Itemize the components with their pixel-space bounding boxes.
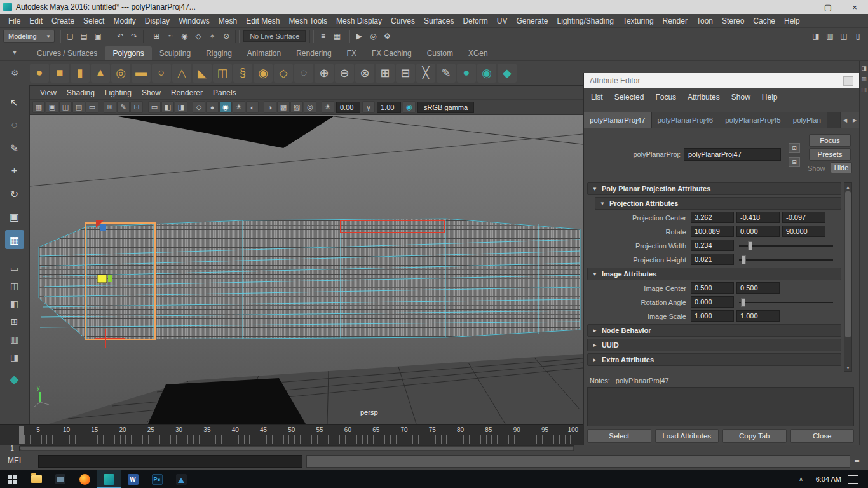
float-panel-button[interactable] xyxy=(843,76,853,86)
shelf-tab-rigging[interactable]: Rigging xyxy=(198,46,240,60)
section-uuid[interactable]: ► UUID xyxy=(587,339,841,351)
statusline-divider[interactable] xyxy=(346,30,350,43)
layout-hypershade-icon[interactable]: ◨ xyxy=(5,349,24,364)
viewport-menu-shading[interactable]: Shading xyxy=(62,88,100,97)
manipulator-green-handle[interactable] xyxy=(108,275,112,282)
boolean-intersection-shelf-icon[interactable]: ⊗ xyxy=(355,64,374,83)
shelf-tab-polygons[interactable]: Polygons xyxy=(105,46,151,60)
focus-button[interactable]: Focus xyxy=(809,134,851,147)
exposure-field[interactable]: 0.00 xyxy=(336,102,360,113)
snap-to-view-icon[interactable]: ⌖ xyxy=(205,30,219,43)
scale-tool-icon[interactable]: ▣ xyxy=(5,207,24,226)
menu-cache[interactable]: Cache xyxy=(749,17,780,25)
shadows-icon[interactable]: ◐ xyxy=(246,101,259,113)
statusline-divider[interactable] xyxy=(143,30,147,43)
rotate-tool-icon[interactable]: ↻ xyxy=(5,184,24,203)
poly-cylinder-shelf-icon[interactable]: ▮ xyxy=(71,64,90,83)
ae-menu-list[interactable]: List xyxy=(585,93,609,102)
image-scale-y-field[interactable]: 1.000 xyxy=(736,310,780,322)
poly-torus-shelf-icon[interactable]: ◎ xyxy=(111,64,130,83)
quad-draw-shelf-icon[interactable]: ✎ xyxy=(437,64,456,83)
viewport-menu-view[interactable]: View xyxy=(35,88,62,97)
menu-texturing[interactable]: Texturing xyxy=(618,17,658,25)
menu-select[interactable]: Select xyxy=(79,17,109,25)
tab-polyplanarproj45[interactable]: polyPlanarProj45 xyxy=(719,112,787,128)
hidden-icons-chevron[interactable]: ∧ xyxy=(793,476,810,482)
menu-lighting-shading[interactable]: Lighting/Shading xyxy=(552,17,618,25)
rotate-x-field[interactable]: 100.089 xyxy=(691,226,734,237)
resolution-gate-icon[interactable]: ◧ xyxy=(161,101,174,113)
attribute-editor-tab-icon[interactable]: ◨ xyxy=(861,65,867,71)
xray-icon[interactable]: ▨ xyxy=(290,101,303,113)
layout-split-pane-icon[interactable]: ◧ xyxy=(5,296,24,311)
menu-mesh-display[interactable]: Mesh Display xyxy=(332,17,386,25)
time-slider[interactable]: 5 10 15 20 25 30 35 40 45 50 55 60 65 70… xyxy=(0,424,583,445)
attribute-editor-scrollbar[interactable]: ▲ ▼ xyxy=(844,182,852,372)
close-button[interactable]: × xyxy=(841,0,868,14)
scroll-down-icon[interactable]: ▼ xyxy=(844,363,851,371)
section-poly-planar-projection[interactable]: ▼ Poly Planar Projection Attributes xyxy=(587,182,841,195)
channel-box-tab-icon[interactable]: ◫ xyxy=(861,86,867,93)
boolean-union-shelf-icon[interactable]: ⊕ xyxy=(315,64,334,83)
rotate-z-field[interactable]: 90.000 xyxy=(782,226,825,237)
textured-icon[interactable]: ◉ xyxy=(219,101,232,113)
notes-textarea[interactable] xyxy=(587,387,854,426)
modeling-toolkit-toggle-icon[interactable]: ▯ xyxy=(851,30,865,43)
time-slider-ticks[interactable] xyxy=(24,435,580,444)
select-camera-icon[interactable]: ▦ xyxy=(32,101,45,113)
photos-button[interactable] xyxy=(169,470,193,488)
grease-pencil-icon[interactable]: ✎ xyxy=(117,101,130,113)
poly-pyramid-shelf-icon[interactable]: △ xyxy=(172,64,191,83)
photoshop-button[interactable]: Ps xyxy=(145,470,169,488)
menu-deform[interactable]: Deform xyxy=(458,17,492,25)
shelf-tab-fx-caching[interactable]: FX Caching xyxy=(364,46,419,60)
new-scene-icon[interactable]: ▢ xyxy=(63,30,77,43)
menu-windows[interactable]: Windows xyxy=(174,17,214,25)
projection-width-field[interactable]: 0.234 xyxy=(691,240,734,251)
boolean-difference-shelf-icon[interactable]: ⊖ xyxy=(335,64,354,83)
render-settings-icon[interactable]: ⚙ xyxy=(380,30,394,43)
tool-settings-tab-icon[interactable]: ▥ xyxy=(861,76,867,82)
load-attributes-button[interactable]: Load Attributes xyxy=(655,429,719,443)
rotation-angle-slider[interactable] xyxy=(739,302,833,303)
scrollbar-thumb[interactable] xyxy=(845,191,851,337)
ipr-render-icon[interactable]: ◎ xyxy=(366,30,380,43)
menu-toon[interactable]: Toon xyxy=(692,17,717,25)
word-button[interactable]: W xyxy=(121,470,145,488)
statusline-divider[interactable] xyxy=(309,30,314,43)
tab-scroll-left-icon[interactable]: ◀ xyxy=(840,112,850,128)
file-explorer-button[interactable] xyxy=(24,470,48,488)
select-tool-icon[interactable]: ↖ xyxy=(5,93,24,112)
make-live-icon[interactable]: ⊙ xyxy=(219,30,233,43)
mel-label[interactable]: MEL xyxy=(8,456,24,465)
ae-menu-help[interactable]: Help xyxy=(756,93,783,102)
statusline-divider[interactable] xyxy=(235,30,240,43)
redo-icon[interactable]: ↷ xyxy=(127,30,141,43)
minimize-button[interactable]: – xyxy=(788,0,815,14)
shelf-tab-custom[interactable]: Custom xyxy=(419,46,461,60)
viewport-canvas[interactable]: y persp xyxy=(30,115,583,424)
projection-height-field[interactable]: 0.021 xyxy=(691,254,734,265)
exposure-icon[interactable]: ☀ xyxy=(322,101,334,113)
history-icon[interactable]: ≡ xyxy=(316,30,330,43)
menu-modify[interactable]: Modify xyxy=(109,17,140,25)
tab-polyplanarproj47[interactable]: polyPlanarProj47 xyxy=(584,112,652,128)
poly-platonic-solid-shelf-icon[interactable]: ◇ xyxy=(274,64,293,83)
rotation-angle-field[interactable]: 0.000 xyxy=(691,296,734,308)
snap-to-point-icon[interactable]: ◉ xyxy=(177,30,191,43)
sculpt-sphere-shelf-icon[interactable]: ● xyxy=(457,64,476,83)
shelf-tab-sculpting[interactable]: Sculpting xyxy=(152,46,198,60)
attribute-editor-toggle-icon[interactable]: ◨ xyxy=(809,30,823,43)
layout-persp-outliner-icon[interactable]: ▥ xyxy=(5,332,24,346)
viewport-menu-show[interactable]: Show xyxy=(137,88,166,97)
menu-mesh[interactable]: Mesh xyxy=(214,17,241,25)
range-start-field[interactable]: 1 xyxy=(5,445,19,452)
projection-center-z-field[interactable]: -0.097 xyxy=(782,212,825,223)
node-list-icon[interactable]: ⊡ xyxy=(789,143,800,153)
film-gate-icon[interactable]: ▭ xyxy=(148,101,161,113)
snap-to-curve-icon[interactable]: ≈ xyxy=(163,30,177,43)
wireframe-icon[interactable]: ◇ xyxy=(193,101,205,113)
image-plane-icon[interactable]: ▭ xyxy=(86,101,98,113)
image-center-x-field[interactable]: 0.500 xyxy=(691,282,734,294)
color-management-icon[interactable]: ◉ xyxy=(403,101,416,113)
